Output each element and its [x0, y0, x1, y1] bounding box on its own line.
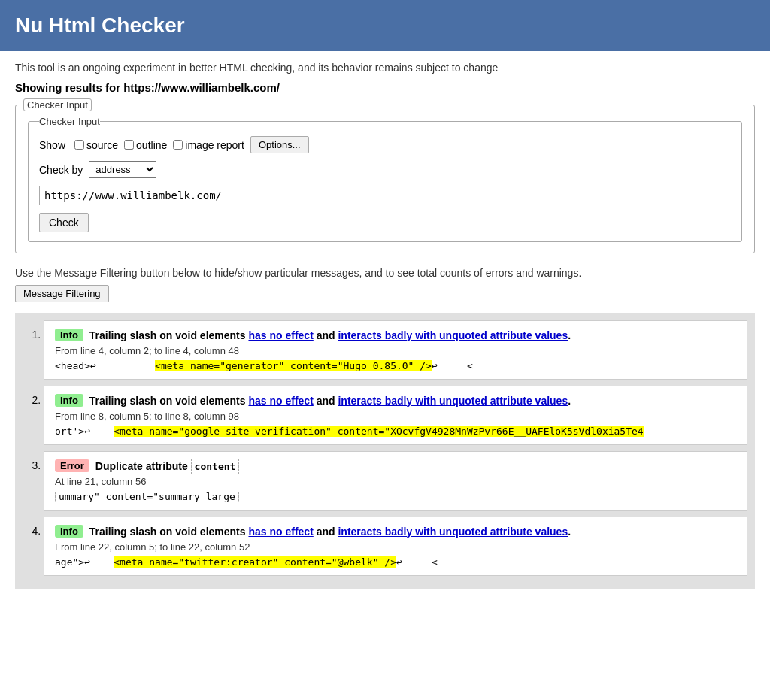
result-box-3: Error Duplicate attribute content At lin…	[44, 451, 747, 511]
image-report-label: image report	[185, 139, 244, 151]
code-after-1: ↩ <	[432, 360, 473, 371]
link2-4[interactable]: interacts badly with unquoted attribute …	[338, 526, 568, 538]
result-title-row-2: Info Trailing slash on void elements has…	[55, 394, 736, 407]
url-input-row	[39, 186, 731, 213]
outline-label: outline	[136, 139, 167, 151]
result-item-3: Error Duplicate attribute content At lin…	[44, 451, 747, 511]
showing-results: Showing results for https://www.williamb…	[15, 81, 755, 94]
link1-4[interactable]: has no effect	[248, 526, 313, 538]
check-button[interactable]: Check	[39, 213, 89, 232]
checker-fieldset: Checker Input Show source outline image …	[28, 116, 742, 242]
code-snippet-1: <head>↩ <meta name="generator" content="…	[55, 360, 736, 371]
msg-text-3: Duplicate attribute	[95, 460, 191, 472]
checker-input-section: Checker Input Checker Input Show source …	[15, 105, 755, 253]
page-title: Nu Html Checker	[15, 14, 755, 38]
result-location-3: At line 21, column 56	[55, 476, 736, 487]
msg-end-4: .	[568, 526, 571, 538]
code-snippet-4: age">↩ <meta name="twitter:creator" cont…	[55, 556, 736, 568]
result-box-2: Info Trailing slash on void elements has…	[44, 386, 747, 445]
checker-legend: Checker Input	[39, 116, 100, 127]
code-dashed-3: ummary" content="summary_large	[55, 491, 239, 502]
code-snippet-3: ummary" content="summary_large	[55, 491, 736, 502]
msg-mid-1: and	[314, 329, 338, 341]
link1-2[interactable]: has no effect	[248, 395, 313, 407]
msg-text-4: Trailing slash on void elements	[89, 526, 249, 538]
show-row: Show source outline image report Options…	[39, 136, 731, 153]
page-header: Nu Html Checker	[0, 0, 770, 51]
source-label: source	[86, 139, 118, 151]
link2-2[interactable]: interacts badly with unquoted attribute …	[338, 395, 568, 407]
link2-1[interactable]: interacts badly with unquoted attribute …	[338, 329, 568, 341]
results-list: Info Trailing slash on void elements has…	[23, 320, 747, 576]
checker-input-legend: Checker Input	[23, 98, 92, 111]
result-message-2: Trailing slash on void elements has no e…	[89, 395, 571, 407]
outline-checkbox[interactable]	[124, 140, 134, 150]
result-location-4: From line 22, column 5; to line 22, colu…	[55, 541, 736, 553]
code-highlight-2: <meta name="google-site-verification" co…	[114, 426, 643, 437]
code-before-2: ort'>↩	[55, 426, 114, 437]
filter-info-text: Use the Message Filtering button below t…	[15, 267, 755, 279]
code-snippet-2: ort'>↩ <meta name="google-site-verificat…	[55, 426, 736, 437]
badge-info-4: Info	[55, 525, 83, 538]
outline-checkbox-label[interactable]: outline	[124, 139, 167, 151]
code-before-4: age">↩	[55, 556, 114, 568]
result-message-3: Duplicate attribute content	[95, 460, 240, 472]
msg-end-2: .	[568, 395, 571, 407]
url-input[interactable]	[39, 186, 490, 205]
options-button[interactable]: Options...	[250, 136, 309, 153]
code-after-4: ↩ <	[396, 556, 438, 568]
message-filtering-button[interactable]: Message Filtering	[15, 285, 109, 302]
subtitle-text: This tool is an ongoing experiment in be…	[15, 62, 755, 74]
attr-code-3: content	[191, 459, 240, 474]
result-message-1: Trailing slash on void elements has no e…	[89, 329, 571, 341]
result-message-4: Trailing slash on void elements has no e…	[89, 526, 571, 538]
results-container: Info Trailing slash on void elements has…	[15, 313, 755, 589]
result-item-4: Info Trailing slash on void elements has…	[44, 517, 747, 576]
show-label: Show	[39, 139, 65, 151]
msg-mid-4: and	[314, 526, 338, 538]
result-box-1: Info Trailing slash on void elements has…	[44, 320, 747, 380]
check-by-row: Check by address text input file upload	[39, 161, 731, 178]
badge-info-2: Info	[55, 394, 83, 407]
msg-text-1: Trailing slash on void elements	[89, 329, 249, 341]
code-highlight-1: <meta name="generator" content="Hugo 0.8…	[155, 360, 432, 371]
link1-1[interactable]: has no effect	[248, 329, 313, 341]
result-title-row-3: Error Duplicate attribute content	[55, 459, 736, 472]
main-content: This tool is an ongoing experiment in be…	[0, 51, 770, 600]
result-box-4: Info Trailing slash on void elements has…	[44, 517, 747, 576]
code-before-1: <head>↩	[55, 360, 155, 371]
check-by-select[interactable]: address text input file upload	[89, 161, 156, 178]
image-report-checkbox[interactable]	[173, 140, 183, 150]
msg-mid-2: and	[314, 395, 338, 407]
result-title-row-1: Info Trailing slash on void elements has…	[55, 329, 736, 341]
msg-text-2: Trailing slash on void elements	[89, 395, 249, 407]
image-report-checkbox-label[interactable]: image report	[173, 139, 244, 151]
msg-end-1: .	[568, 329, 571, 341]
badge-info-1: Info	[55, 329, 83, 341]
check-by-label: Check by	[39, 164, 83, 176]
result-location-1: From line 4, column 2; to line 4, column…	[55, 345, 736, 356]
source-checkbox-label[interactable]: source	[74, 139, 118, 151]
badge-error-3: Error	[55, 459, 89, 472]
result-title-row-4: Info Trailing slash on void elements has…	[55, 525, 736, 538]
code-highlight-4: <meta name="twitter:creator" content="@w…	[114, 556, 396, 568]
result-item-1: Info Trailing slash on void elements has…	[44, 320, 747, 380]
result-item-2: Info Trailing slash on void elements has…	[44, 386, 747, 445]
result-location-2: From line 8, column 5; to line 8, column…	[55, 411, 736, 422]
source-checkbox[interactable]	[74, 140, 84, 150]
